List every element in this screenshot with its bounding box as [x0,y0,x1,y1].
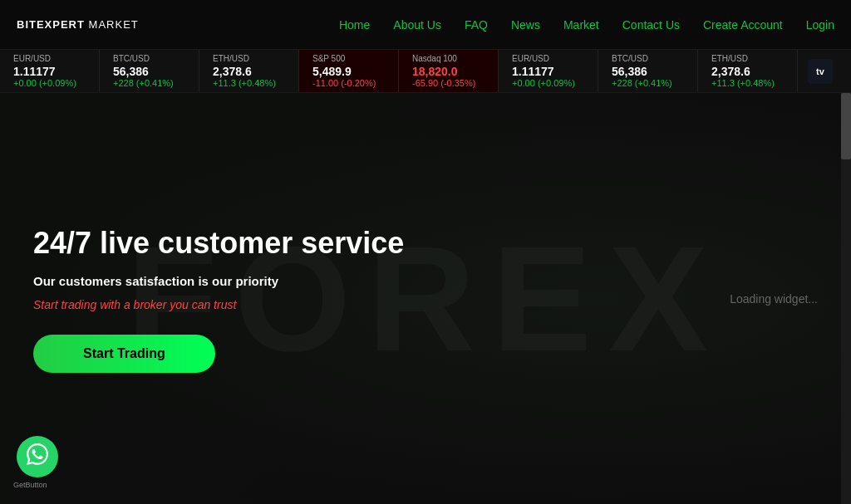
ticker-label: ETH/USD [711,54,784,63]
ticker-value: 5,489.9 [312,65,385,78]
ticker-value: 18,820.0 [412,65,485,78]
nav-create-account[interactable]: Create Account [703,18,783,32]
nav-home[interactable]: Home [339,18,370,32]
tradingview-logo: tv [798,50,843,92]
whatsapp-button[interactable] [17,436,58,477]
ticker-item: S&P 500 5,489.9 -11.00 (-0.20%) [299,50,399,92]
ticker-value: 2,378.6 [711,65,784,78]
ticker-label: EUR/USD [13,54,86,63]
main-nav: Home About Us FAQ News Market Contact Us… [339,18,834,32]
ticker-change: +0.00 (+0.09%) [13,78,86,88]
nav-contact[interactable]: Contact Us [622,18,680,32]
start-trading-button[interactable]: Start Trading [33,335,215,373]
ticker-label: ETH/USD [213,54,285,63]
ticker-value: 1.11177 [512,65,584,78]
hero-tagline: Start trading with a broker you can trus… [33,298,404,311]
hero-section: FOREX 24/7 live customer service Our cus… [0,93,851,504]
ticker-label: Nasdaq 100 [412,54,485,63]
nav-about[interactable]: About Us [393,18,441,32]
ticker-change: +228 (+0.41%) [612,78,684,88]
ticker-item: BTC/USD 56,386 +228 (+0.41%) [100,50,199,92]
ticker-change: +0.00 (+0.09%) [512,78,584,88]
ticker-change: +11.3 (+0.48%) [213,78,285,88]
getbutton-label: GetButton [13,481,47,489]
tv-logo-icon: tv [808,59,833,84]
ticker-label: BTC/USD [113,54,185,63]
ticker-item: Nasdaq 100 18,820.0 -65.90 (-0.35%) [399,50,499,92]
ticker-bar: EUR/USD 1.11177 +0.00 (+0.09%) BTC/USD 5… [0,50,851,93]
ticker-value: 2,378.6 [213,65,285,78]
scrollbar-thumb[interactable] [841,93,851,159]
nav-faq[interactable]: FAQ [465,18,488,32]
ticker-label: S&P 500 [312,54,385,63]
nav-market[interactable]: Market [563,18,599,32]
header: BitExpert Market Home About Us FAQ News … [0,0,851,50]
hero-content: 24/7 live customer service Our customers… [33,224,404,372]
ticker-item: ETH/USD 2,378.6 +11.3 (+0.48%) [199,50,299,92]
ticker-change: +11.3 (+0.48%) [711,78,784,88]
ticker-value: 56,386 [113,65,185,78]
ticker-item: BTC/USD 56,386 +228 (+0.41%) [598,50,698,92]
ticker-label: EUR/USD [512,54,584,63]
logo-text: BitExpert Market [17,18,139,31]
whatsapp-icon [27,443,48,471]
nav-login[interactable]: Login [806,18,834,32]
ticker-change: +228 (+0.41%) [113,78,185,88]
ticker-change: -11.00 (-0.20%) [312,78,385,88]
ticker-item: EUR/USD 1.11177 +0.00 (+0.09%) [499,50,598,92]
ticker-value: 56,386 [612,65,684,78]
ticker-item: EUR/USD 1.11177 +0.00 (+0.09%) [0,50,100,92]
scrollbar[interactable] [841,93,851,504]
ticker-change: -65.90 (-0.35%) [412,78,485,88]
loading-widget: Loading widget... [730,292,818,306]
nav-news[interactable]: News [511,18,540,32]
ticker-label: BTC/USD [612,54,684,63]
logo: BitExpert Market [17,18,139,31]
hero-subtitle: Our customers satisfaction is our priori… [33,274,404,288]
ticker-value: 1.11177 [13,65,86,78]
ticker-item: ETH/USD 2,378.6 +11.3 (+0.48%) [698,50,798,92]
hero-title: 24/7 live customer service [33,224,404,260]
